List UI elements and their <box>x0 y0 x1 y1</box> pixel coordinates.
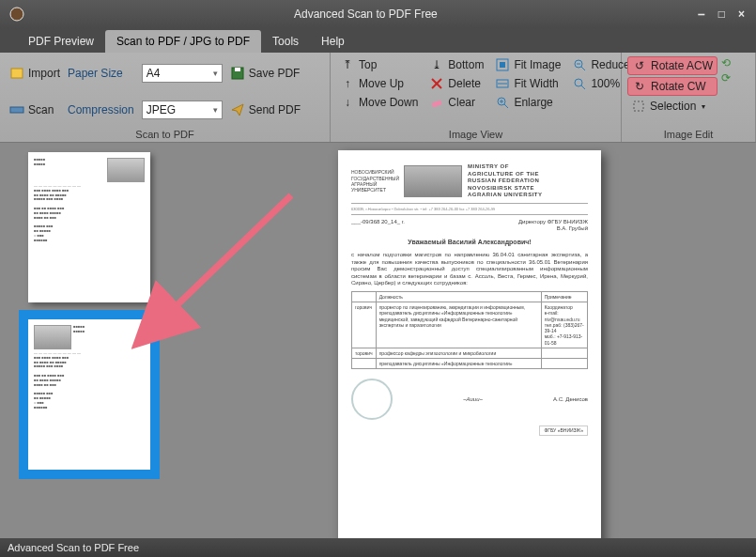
paper-size-select[interactable]: A4 ▾ <box>142 64 223 83</box>
tab-scan-to-pdf[interactable]: Scan to PDF / JPG to PDF <box>105 30 261 53</box>
top-icon: ⤒ <box>340 57 355 72</box>
svg-line-19 <box>581 85 585 89</box>
rotate-cw-button[interactable]: ↻Rotate CW <box>627 77 717 96</box>
doc-salutation: Уважаемый Василий Александрович! <box>351 239 588 247</box>
tab-tools[interactable]: Tools <box>261 30 310 53</box>
stamp-icon <box>351 379 393 420</box>
selection-icon <box>631 99 646 114</box>
clear-button[interactable]: Clear <box>425 94 487 111</box>
minimize-button[interactable]: ‒ <box>698 8 705 21</box>
import-icon <box>9 66 24 81</box>
thumbnail-panel: ■■■■■■■■■■ — — — — — — — — — —■■■ ■■■■ ■… <box>0 143 183 538</box>
chevron-down-icon: ▾ <box>213 69 218 78</box>
svg-point-0 <box>10 8 23 21</box>
save-pdf-label: Save PDF <box>249 67 301 80</box>
doc-date: ___-09/368 20_14_ г. <box>351 219 405 233</box>
top-button[interactable]: ⤒Top <box>336 56 422 73</box>
app-icon <box>6 3 28 25</box>
window-title: Advanced Scan to PDF Free <box>34 8 698 21</box>
save-pdf-button[interactable]: Save PDF <box>226 65 304 82</box>
delete-icon <box>429 76 444 91</box>
import-label: Import <box>28 67 60 80</box>
move-down-button[interactable]: ↓Move Down <box>336 94 422 111</box>
rotate-acw-icon: ↺ <box>632 58 647 73</box>
doc-footer: ФГБУ «ВНИИЗЖ» <box>539 425 588 435</box>
move-up-button[interactable]: ↑Move Up <box>336 75 422 92</box>
status-bar: Advanced Scan to PDF Free <box>0 538 756 557</box>
status-text: Advanced Scan to PDF Free <box>8 542 139 553</box>
paper-size-label: Paper Size <box>68 67 127 80</box>
doc-signature-name: А.С. Денисов <box>553 396 588 404</box>
zoom-in-icon <box>495 95 510 110</box>
svg-rect-1 <box>11 69 23 78</box>
building-icon <box>404 165 462 197</box>
fit-width-icon <box>495 76 510 91</box>
svg-line-12 <box>504 104 508 108</box>
group-caption-view: Image View <box>336 127 615 140</box>
preview-panel: НОВОСИБИРСКИЙ ГОСУДАРСТВЕННЫЙ АГРАРНЫЙ У… <box>183 143 756 538</box>
rotate-acw-button[interactable]: ↺Rotate ACW <box>627 56 717 75</box>
compression-label: Compression <box>68 103 138 116</box>
compression-select[interactable]: JPEG ▾ <box>142 101 223 119</box>
scanner-icon <box>9 102 24 117</box>
doc-header-left: НОВОСИБИРСКИЙ ГОСУДАРСТВЕННЫЙ АГРАРНЫЙ У… <box>351 169 398 193</box>
thumbnail-1[interactable]: ■■■■■■■■■■ — — — — — — — — — —■■■ ■■■■ ■… <box>28 152 150 302</box>
selection-button[interactable]: Selection▾ <box>627 98 717 115</box>
svg-rect-20 <box>634 101 643 111</box>
chevron-down-icon: ▾ <box>702 102 705 111</box>
send-icon <box>230 102 245 117</box>
bottom-button[interactable]: ⤓Bottom <box>425 56 487 73</box>
rotate-cw-icon: ↻ <box>632 79 647 94</box>
svg-rect-7 <box>432 100 442 107</box>
fit-image-button[interactable]: Fit Image <box>491 56 564 73</box>
svg-rect-2 <box>10 107 23 113</box>
close-button[interactable]: × <box>738 8 745 21</box>
send-pdf-button[interactable]: Send PDF <box>226 101 304 118</box>
doc-body: с началом подготовки магистров по направ… <box>351 252 588 287</box>
svg-rect-4 <box>235 68 240 71</box>
tab-help[interactable]: Help <box>310 30 356 53</box>
doc-table: ДолжностьПримечание горовичпроректор по … <box>351 291 588 370</box>
group-caption-scan: Scan to PDF <box>6 127 324 140</box>
doc-header-right: MINISTRY OF AGRICULTURE OF THE RUSSIAN F… <box>468 163 543 199</box>
save-icon <box>230 66 245 81</box>
chevron-down-icon: ▾ <box>213 105 218 115</box>
doc-addressee: Директору ФГБУ ВНИИЗЖ В.А. Грубый <box>518 219 588 233</box>
svg-line-16 <box>581 67 585 70</box>
up-icon: ↑ <box>340 76 355 91</box>
maximize-button[interactable]: □ <box>718 8 725 21</box>
enlarge-button[interactable]: Enlarge <box>491 94 564 111</box>
thumbnail-2[interactable]: ■■■■■■■■■■ — — — — — — — — — —■■■ ■■■■ ■… <box>28 319 150 470</box>
delete-button[interactable]: Delete <box>425 75 487 92</box>
zoom-icon <box>572 76 587 91</box>
tab-bar: PDF Preview Scan to PDF / JPG to PDF Too… <box>0 28 756 53</box>
group-caption-edit: Image Edit <box>627 127 749 140</box>
svg-point-18 <box>575 79 582 86</box>
fit-image-icon <box>495 57 510 72</box>
down-icon: ↓ <box>340 95 355 110</box>
bottom-icon: ⤓ <box>429 57 444 72</box>
redo-icon[interactable]: ⟳ <box>721 71 731 85</box>
scan-label: Scan <box>28 103 54 116</box>
svg-rect-9 <box>500 62 505 68</box>
undo-icon[interactable]: ⟲ <box>721 56 731 70</box>
send-pdf-label: Send PDF <box>249 103 301 116</box>
compression-value: JPEG <box>147 103 176 116</box>
eraser-icon <box>429 95 444 110</box>
paper-size-value: A4 <box>147 67 161 80</box>
page-preview[interactable]: НОВОСИБИРСКИЙ ГОСУДАРСТВЕННЫЙ АГРАРНЫЙ У… <box>338 150 601 538</box>
fit-width-button[interactable]: Fit Width <box>491 75 564 92</box>
tab-pdf-preview[interactable]: PDF Preview <box>17 30 105 53</box>
import-button[interactable]: Import <box>6 65 64 82</box>
zoom-out-icon <box>572 57 587 72</box>
scan-button[interactable]: Scan <box>6 101 64 118</box>
signature-icon: ~Auuu~ <box>463 396 483 404</box>
